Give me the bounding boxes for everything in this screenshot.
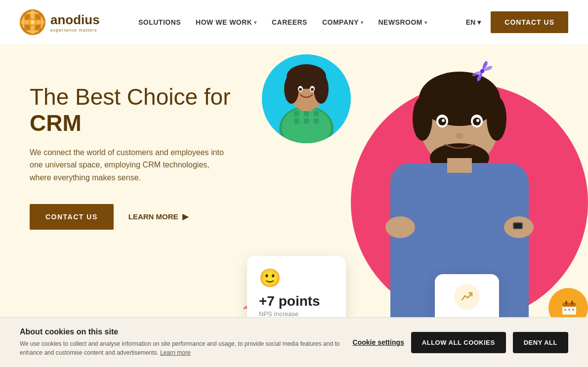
nps-label: NPS Increase: [259, 310, 334, 318]
logo[interactable]: anodius experience matters: [20, 9, 100, 35]
nav-link-company[interactable]: COMPANY ▾: [322, 18, 364, 26]
trend-icon-circle: [454, 284, 480, 310]
svg-point-3: [30, 10, 35, 18]
chevron-down-icon: ▾: [254, 20, 257, 25]
nav-link-how-we-work[interactable]: HOW WE WORK ▾: [196, 18, 257, 26]
nav-item-careers[interactable]: CAREERS: [272, 18, 307, 26]
svg-point-9: [21, 20, 29, 25]
svg-rect-56: [571, 301, 573, 305]
smiley-icon: 🙂: [259, 268, 334, 288]
svg-point-27: [284, 74, 299, 104]
hero-content: The Best Choice for CRM We connect the w…: [30, 74, 231, 249]
svg-point-12: [31, 20, 35, 24]
hero-buttons: CONTACT US LEARN MORE ▶: [30, 204, 231, 230]
learn-more-link[interactable]: Learn more: [160, 349, 190, 356]
svg-rect-58: [568, 309, 570, 311]
cookie-text-area: About cookies on this site We use cookie…: [20, 327, 343, 357]
svg-point-7: [30, 26, 35, 34]
trend-up-icon: [460, 290, 474, 304]
hero-description: We connect the world of customers and em…: [30, 146, 227, 184]
nav-item-newsroom[interactable]: NEWSROOM ▾: [378, 18, 427, 26]
svg-rect-52: [447, 158, 472, 173]
svg-rect-59: [572, 309, 574, 311]
allow-all-cookies-button[interactable]: ALLOW ALL COOKIES: [411, 332, 506, 353]
nav-right: EN ▾ CONTACT US: [466, 11, 568, 33]
svg-point-44: [456, 133, 463, 139]
svg-rect-18: [294, 111, 299, 116]
svg-point-14: [480, 69, 484, 73]
cookie-banner: About cookies on this site We use cookie…: [0, 317, 588, 367]
svg-point-28: [314, 74, 329, 104]
hero-title: The Best Choice for CRM: [30, 84, 231, 136]
svg-rect-55: [565, 301, 567, 305]
language-selector[interactable]: EN ▾: [466, 18, 481, 26]
nps-value: +7 points: [259, 293, 334, 309]
deny-all-button[interactable]: DENY ALL: [513, 332, 568, 353]
svg-rect-23: [314, 119, 319, 123]
hero-contact-button[interactable]: CONTACT US: [30, 204, 114, 230]
svg-point-42: [442, 119, 445, 122]
cookie-description: We use cookies to collect and analyse in…: [20, 339, 343, 357]
nav-link-newsroom[interactable]: NEWSROOM ▾: [378, 18, 427, 26]
svg-rect-54: [562, 303, 576, 307]
learn-more-link[interactable]: LEARN MORE ▶: [128, 212, 188, 221]
brand-name: anodius: [50, 12, 100, 28]
logo-text: anodius experience matters: [50, 12, 100, 33]
nav-item-how-we-work[interactable]: HOW WE WORK ▾: [196, 18, 257, 26]
arrow-right-icon: ▶: [182, 212, 188, 221]
svg-rect-51: [514, 223, 522, 228]
svg-rect-19: [304, 111, 309, 116]
svg-rect-22: [304, 119, 309, 123]
svg-rect-57: [564, 309, 566, 311]
svg-point-31: [299, 88, 302, 91]
nav-links: SOLUTIONS HOW WE WORK ▾ CAREERS COMPANY …: [138, 18, 427, 26]
svg-point-32: [311, 88, 314, 91]
cookie-title: About cookies on this site: [20, 327, 343, 336]
svg-rect-21: [294, 119, 299, 123]
svg-point-43: [476, 119, 479, 122]
svg-point-48: [385, 216, 415, 238]
nav-item-company[interactable]: COMPANY ▾: [322, 18, 364, 26]
navbar: anodius experience matters SOLUTIONS HOW…: [0, 0, 588, 44]
pinwheel-large-icon: [470, 59, 494, 85]
svg-point-5: [37, 20, 44, 25]
brand-tagline: experience matters: [50, 28, 100, 33]
cookie-settings-button[interactable]: Cookie settings: [353, 338, 404, 346]
nav-contact-button[interactable]: CONTACT US: [491, 11, 568, 33]
svg-point-35: [413, 96, 432, 141]
chevron-down-icon: ▾: [424, 20, 427, 25]
nav-link-solutions[interactable]: SOLUTIONS: [138, 18, 181, 26]
logo-icon: [20, 9, 45, 35]
hero-title-bold: CRM: [30, 110, 231, 136]
cookie-actions: Cookie settings ALLOW ALL COOKIES DENY A…: [353, 332, 568, 353]
nav-item-solutions[interactable]: SOLUTIONS: [138, 18, 181, 26]
svg-rect-20: [314, 111, 319, 116]
chevron-down-icon: ▾: [361, 20, 364, 25]
chevron-down-icon: ▾: [477, 18, 481, 26]
nav-link-careers[interactable]: CAREERS: [272, 18, 307, 26]
svg-point-36: [487, 96, 506, 141]
